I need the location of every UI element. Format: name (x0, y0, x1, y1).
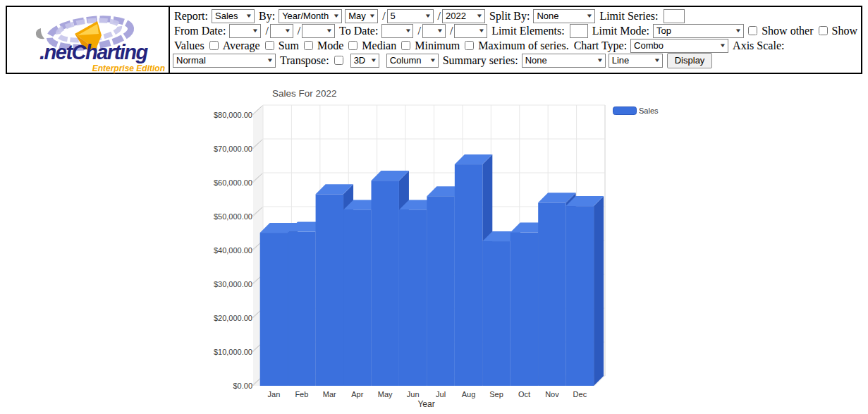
average-label: Average (223, 39, 260, 52)
mode-label: Mode (317, 39, 343, 52)
y-axis-label: $10,000.00 (214, 348, 252, 356)
brand-text: .netCharting (39, 41, 147, 64)
toolbar-row-1: Report: Sales▼ By: Year/Month▼ May▼ / 5▼… (173, 8, 861, 23)
x-axis-label: Jul (436, 390, 446, 398)
chart-type-label: Chart Type: (574, 39, 627, 52)
chevron-down-icon: ▼ (326, 28, 333, 34)
limit-elements-input[interactable] (570, 24, 588, 38)
chevron-down-icon: ▼ (267, 57, 274, 63)
year-select[interactable]: 2022▼ (442, 9, 485, 23)
header-panel: .netCharting Enterprise Edition Report: … (6, 6, 862, 74)
report-label: Report: (174, 10, 208, 23)
bar-Apr (343, 209, 371, 386)
month-select[interactable]: May▼ (345, 9, 378, 23)
transpose-label: Transpose: (280, 54, 329, 67)
to-date-label: To Date: (339, 25, 378, 37)
legend-label: Sales (639, 106, 659, 115)
show-other-checkbox[interactable] (748, 26, 757, 35)
chevron-down-icon: ▼ (654, 57, 661, 63)
chevron-down-icon: ▼ (370, 57, 377, 63)
sum-checkbox[interactable] (265, 41, 274, 50)
x-axis-label: Aug (462, 390, 476, 398)
bar-May (372, 181, 399, 386)
bar-side-Dec (594, 196, 604, 386)
transpose-checkbox[interactable] (334, 56, 343, 65)
y-axis-label: $60,000.00 (214, 178, 252, 187)
bar-Dec (566, 206, 594, 386)
y-axis-label: $20,000.00 (214, 314, 252, 322)
bar-Nov (538, 202, 566, 386)
chevron-down-icon: ▼ (424, 13, 431, 19)
by-label: By: (259, 10, 275, 23)
chevron-down-icon: ▼ (369, 13, 376, 19)
date-separator: / (265, 25, 268, 37)
from-date-label: From Date: (174, 25, 226, 37)
chart-type-select[interactable]: Combo▼ (630, 39, 728, 53)
x-axis-label: Jan (268, 390, 281, 398)
to-year-select[interactable]: ▼ (454, 24, 487, 38)
chevron-down-icon: ▼ (429, 57, 436, 63)
show-label: Show (832, 25, 857, 37)
date-separator: / (382, 10, 385, 23)
report-select[interactable]: Sales▼ (212, 9, 255, 23)
from-year-select[interactable]: ▼ (302, 24, 335, 38)
chevron-down-icon: ▼ (284, 28, 291, 34)
show-other-label: Show other (762, 25, 813, 37)
chevron-down-icon: ▼ (478, 28, 485, 34)
toolbar-row-4: Normal▼ Transpose: 3D▼ Column▼ Summary s… (173, 53, 861, 68)
y-axis-label: $80,000.00 (214, 111, 252, 119)
split-by-select[interactable]: None▼ (533, 9, 595, 23)
chevron-down-icon: ▼ (476, 13, 483, 19)
by-select[interactable]: Year/Month▼ (279, 9, 342, 23)
maximum-label: Maximum of series. (478, 39, 568, 52)
axis-scale-label: Axis Scale: (733, 39, 784, 52)
y-axis-label: $0.00 (233, 382, 252, 390)
limit-mode-select[interactable]: Top▼ (653, 24, 744, 38)
limit-mode-label: Limit Mode: (592, 25, 649, 37)
chart-title: Sales For 2022 (272, 88, 337, 99)
median-checkbox[interactable] (348, 41, 357, 50)
report-toolbar: Report: Sales▼ By: Year/Month▼ May▼ / 5▼… (170, 7, 861, 73)
dimension-select[interactable]: 3D▼ (350, 54, 379, 68)
from-day-select[interactable]: ▼ (270, 24, 293, 38)
axis-scale-select[interactable]: Normal▼ (173, 54, 276, 68)
y-axis-label: $50,000.00 (214, 212, 252, 221)
chevron-down-icon: ▼ (245, 13, 252, 19)
mode-checkbox[interactable] (304, 41, 313, 50)
minimum-checkbox[interactable] (401, 41, 410, 50)
summary-shape-select[interactable]: Line▼ (609, 54, 663, 68)
x-axis-label: Feb (295, 390, 308, 398)
sum-label: Sum (279, 39, 299, 52)
y-axis-label: $30,000.00 (214, 280, 252, 288)
x-axis-label: Nov (545, 390, 559, 398)
chevron-down-icon: ▼ (597, 57, 604, 63)
bar-Feb (288, 232, 315, 386)
display-button[interactable]: Display (667, 53, 713, 68)
y-axis-label: $70,000.00 (214, 145, 252, 153)
values-label: Values (174, 39, 204, 52)
day-select[interactable]: 5▼ (387, 9, 434, 23)
maximum-checkbox[interactable] (465, 41, 474, 50)
date-separator: / (450, 25, 453, 37)
summary-series-label: Summary series: (443, 54, 518, 67)
legend-swatch (613, 107, 637, 115)
show-values-checkbox[interactable] (819, 26, 828, 35)
series-shape-select[interactable]: Column▼ (386, 54, 439, 68)
x-axis-label: Mar (323, 390, 336, 398)
to-day-select[interactable]: ▼ (422, 24, 446, 38)
chevron-down-icon: ▼ (252, 28, 259, 34)
x-axis-title: Year (417, 399, 434, 409)
x-axis-label: Apr (351, 390, 363, 398)
from-month-select[interactable]: ▼ (229, 24, 261, 38)
x-axis-label: Sep (489, 390, 503, 398)
date-separator: / (417, 25, 420, 37)
limit-series-input[interactable] (664, 9, 685, 23)
netcharting-logo: .netCharting Enterprise Edition (7, 7, 170, 73)
toolbar-row-3: Values Average Sum Mode Median Minimum M… (173, 38, 861, 53)
average-checkbox[interactable] (209, 41, 219, 50)
to-month-select[interactable]: ▼ (381, 24, 413, 38)
date-separator: / (298, 25, 300, 37)
summary-series-select[interactable]: None▼ (522, 54, 606, 68)
limit-elements-label: Limit Elements: (491, 25, 565, 37)
chevron-down-icon: ▼ (404, 28, 411, 34)
